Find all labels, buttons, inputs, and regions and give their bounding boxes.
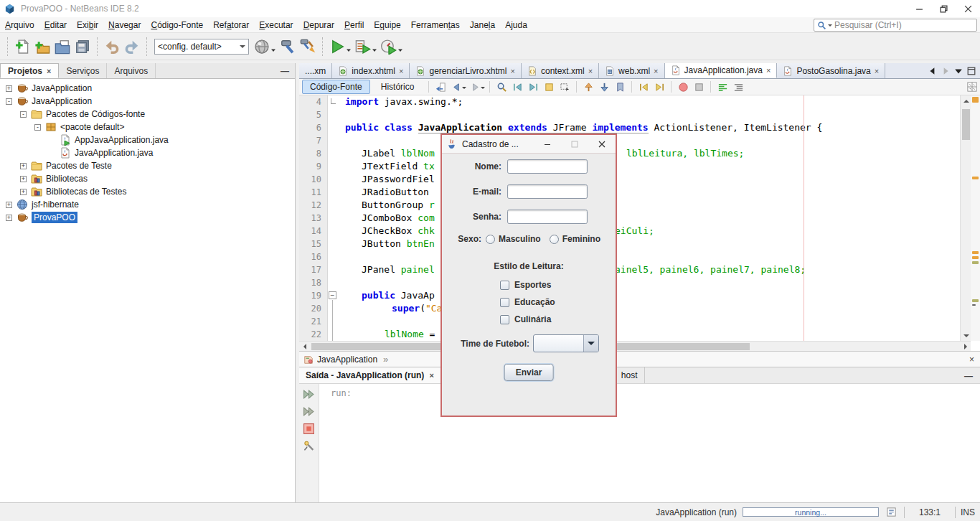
save-all-button[interactable] — [72, 37, 93, 57]
scroll-up-icon[interactable] — [961, 95, 971, 106]
close-tab-icon[interactable]: × — [766, 67, 771, 74]
checkbox-educao[interactable] — [500, 298, 509, 307]
dialog-title-bar[interactable]: Cadastro de ... — [442, 135, 616, 154]
tree-item-pacotes-de-teste[interactable]: +Pacotes de Teste — [0, 159, 295, 172]
editor-grid-icon[interactable] — [967, 82, 977, 92]
stripe-mark[interactable] — [972, 251, 979, 254]
tree-item-jsf-hibernate[interactable]: +jsf-hibernate — [0, 198, 295, 211]
chevron-down-icon[interactable] — [481, 87, 485, 91]
editor-tab-web-xml[interactable]: web.xml× — [599, 63, 664, 78]
breadcrumb-close-icon[interactable]: × — [969, 355, 974, 365]
editor-vertical-scrollbar[interactable] — [960, 95, 971, 341]
close-tab-icon[interactable]: × — [429, 372, 433, 379]
radio-label[interactable]: Masculino — [499, 234, 541, 244]
chevron-down-icon[interactable] — [462, 87, 466, 91]
menu-depurar[interactable]: Depurar — [298, 19, 339, 32]
close-tab-icon[interactable]: × — [511, 67, 515, 75]
close-window-button[interactable] — [956, 0, 980, 17]
profile-dropdown-icon[interactable] — [397, 47, 403, 53]
radio-label[interactable]: Feminino — [562, 234, 600, 244]
expand-icon[interactable]: + — [6, 85, 12, 92]
rerun-button[interactable] — [301, 387, 316, 402]
progress-bar[interactable]: running... — [743, 507, 879, 517]
build-button[interactable] — [278, 37, 298, 57]
editor-tab-javaapplication-java[interactable]: JavaApplication.java× — [665, 63, 778, 78]
editor-tab--xm[interactable]: ....xm — [299, 63, 332, 78]
collapse-icon[interactable]: - — [20, 111, 27, 118]
enviar-button[interactable]: Enviar — [504, 364, 554, 381]
menu-ajuda[interactable]: Ajuda — [500, 19, 532, 32]
editor-tab-postogasolina-java[interactable]: PostoGasolina.java× — [777, 63, 885, 78]
field-input-senha[interactable] — [507, 210, 588, 224]
stripe-mark[interactable] — [972, 177, 979, 179]
radio-feminino[interactable] — [550, 235, 559, 244]
stripe-mark[interactable] — [972, 304, 976, 306]
tree-item-javaapplication[interactable]: -JavaApplication — [0, 95, 295, 108]
menu-editar[interactable]: Editar — [39, 19, 72, 32]
profile-button[interactable] — [379, 37, 399, 57]
prev-occurrence-button[interactable] — [509, 80, 525, 94]
stripe-mark[interactable] — [972, 256, 979, 259]
tree-item-appjavaapplication-java[interactable]: +AppJavaApplication.java — [0, 133, 295, 146]
collapse-icon[interactable]: - — [6, 98, 12, 105]
run-dropdown-icon[interactable] — [346, 47, 352, 53]
output-tab[interactable]: Saída - JavaApplication (run)× — [299, 367, 441, 383]
search-options-caret-icon[interactable] — [828, 24, 832, 29]
tree-item-bibliotecas-de-testes[interactable]: +Bibliotecas de Testes — [0, 185, 295, 198]
stop-output-button[interactable] — [301, 421, 316, 436]
tree-item-provapoo[interactable]: +ProvaPOO — [0, 211, 295, 224]
clean-build-button[interactable] — [298, 37, 318, 57]
menu-equipe[interactable]: Equipe — [369, 19, 405, 32]
panel-tab-projetos[interactable]: Projetos× — [0, 63, 59, 78]
next-occurrence-button[interactable] — [525, 80, 541, 94]
minimize-window-button[interactable] — [907, 0, 931, 17]
last-edit-button[interactable] — [433, 80, 448, 94]
field-input-nome[interactable] — [507, 159, 588, 174]
dialog-close-button[interactable] — [593, 135, 611, 154]
record-macro-button[interactable] — [675, 80, 691, 94]
radio-masculino[interactable] — [486, 235, 495, 244]
menu-executar[interactable]: Executar — [254, 19, 298, 32]
dialog-maximize-button[interactable] — [565, 135, 584, 154]
scroll-down-icon[interactable] — [961, 330, 971, 341]
rerun-debug-button[interactable] — [301, 404, 316, 419]
tab-list-icon[interactable] — [954, 67, 963, 75]
expand-icon[interactable]: + — [6, 215, 12, 221]
highlight-button[interactable] — [541, 80, 557, 94]
vertical-scroll-thumb[interactable] — [962, 109, 970, 140]
scroll-left-icon[interactable] — [299, 342, 310, 352]
minimize-panel-icon[interactable]: — — [281, 66, 289, 76]
uncomment-button[interactable] — [730, 80, 746, 94]
open-project-button[interactable] — [52, 37, 72, 57]
search-input[interactable] — [834, 20, 976, 30]
quick-search[interactable] — [814, 19, 977, 32]
run-button[interactable] — [327, 37, 347, 57]
menu-janela[interactable]: Janela — [465, 19, 500, 32]
rect-selection-button[interactable] — [557, 80, 573, 94]
editor-tab-gerenciarlivro-xhtml[interactable]: gerenciarLivro.xhtml× — [410, 63, 521, 78]
scroll-right-icon[interactable] — [960, 342, 971, 352]
shift-left-button[interactable] — [636, 80, 651, 94]
tree-item-pacotes-de-c-digos-fonte[interactable]: -Pacotes de Códigos-fonte — [0, 108, 295, 121]
menu-ferramentas[interactable]: Ferramentas — [406, 19, 465, 32]
dialog-minimize-button[interactable] — [538, 135, 557, 154]
code-editor[interactable]: 45678910111213141516171819202122 − impor… — [299, 95, 980, 341]
stripe-mark[interactable] — [972, 261, 979, 264]
redo-button[interactable] — [122, 37, 142, 57]
output-console[interactable]: run: — [319, 384, 980, 502]
config-select[interactable]: <config. default> — [154, 39, 249, 55]
comment-button[interactable] — [715, 80, 730, 94]
close-tab-icon[interactable]: × — [588, 67, 593, 75]
checkbox-esportes[interactable] — [500, 281, 509, 290]
new-project-button[interactable] — [32, 37, 52, 57]
breadcrumb[interactable]: JavaApplication — [317, 355, 377, 365]
undo-button[interactable] — [102, 37, 122, 57]
view-button-c-digo-fonte[interactable]: Código-Fonte — [302, 80, 370, 94]
collapse-icon[interactable]: - — [34, 124, 41, 131]
close-tab-icon[interactable]: × — [399, 67, 403, 75]
time-combobox[interactable] — [533, 334, 599, 352]
menu-código-fonte[interactable]: Código-Fonte — [146, 19, 208, 32]
restore-window-button[interactable] — [931, 0, 956, 17]
maximize-editor-icon[interactable] — [967, 67, 976, 75]
move-down-button[interactable] — [596, 80, 612, 94]
